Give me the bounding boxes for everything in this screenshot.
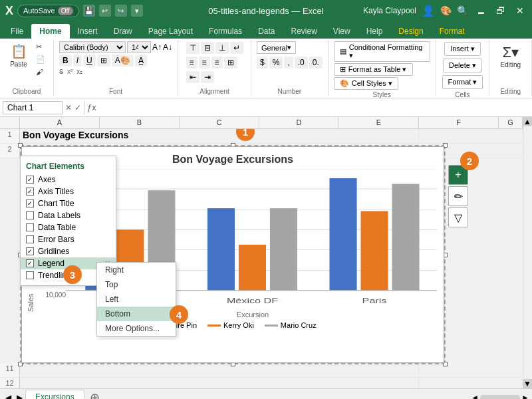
percent-button[interactable]: %: [269, 57, 283, 68]
col-header-e[interactable]: E: [339, 117, 419, 128]
formula-check-icon[interactable]: ✓: [74, 103, 81, 112]
checkbox-data-labels[interactable]: [26, 211, 34, 219]
horizontal-scrollbar[interactable]: ◄ ►: [471, 393, 529, 400]
redo-icon[interactable]: ↪: [115, 5, 127, 17]
superscript-label[interactable]: x²: [67, 68, 72, 75]
tab-draw[interactable]: Draw: [106, 24, 140, 39]
chart-styles-button[interactable]: ✏: [448, 186, 468, 206]
menu-item-right[interactable]: Right: [97, 263, 176, 277]
restore-button[interactable]: 🗗: [493, 5, 508, 16]
increase-font-icon[interactable]: A↑: [152, 43, 162, 52]
formula-dialog-icon[interactable]: ✕: [65, 103, 72, 112]
col-header-b[interactable]: B: [100, 117, 180, 128]
checkbox-chart-title[interactable]: [26, 200, 34, 207]
chart-filters-button[interactable]: ▽: [448, 207, 468, 227]
menu-item-left[interactable]: Left: [97, 292, 176, 307]
scroll-sheets-right[interactable]: ▶: [14, 393, 25, 400]
tab-page-layout[interactable]: Page Layout: [140, 24, 201, 39]
tab-insert[interactable]: Insert: [70, 24, 106, 39]
vertical-scrollbar[interactable]: ▲ ▼: [523, 117, 532, 388]
align-center-button[interactable]: ≡: [199, 57, 210, 68]
col-header-c[interactable]: C: [180, 117, 259, 128]
align-top-button[interactable]: ⊤: [186, 42, 200, 54]
panel-item-axes[interactable]: Axes: [21, 174, 116, 186]
conditional-formatting-button[interactable]: ▤ Conditional Formatting ▾: [334, 41, 430, 62]
tab-file[interactable]: File: [3, 24, 31, 39]
scroll-down-button[interactable]: ▼: [523, 379, 532, 388]
font-color-button[interactable]: A̲: [135, 55, 147, 66]
sheet-tab-excursions[interactable]: Excursions: [25, 390, 84, 399]
tab-format[interactable]: Format: [432, 24, 473, 39]
col-header-d[interactable]: D: [259, 117, 339, 128]
tab-formulas[interactable]: Formulas: [201, 24, 250, 39]
cut-button[interactable]: ✂: [33, 41, 48, 53]
account-icon[interactable]: 👤: [422, 5, 435, 17]
tab-design[interactable]: Design: [390, 24, 431, 39]
formula-input[interactable]: [99, 102, 529, 114]
save-icon[interactable]: 💾: [83, 5, 95, 17]
subscript-label[interactable]: x₂: [76, 68, 82, 75]
delete-button[interactable]: Delete ▾: [443, 59, 482, 72]
tab-data[interactable]: Data: [250, 24, 283, 39]
checkbox-trendline[interactable]: [26, 271, 34, 279]
increase-decimal-button[interactable]: .0: [295, 57, 308, 68]
comma-button[interactable]: ,: [284, 57, 293, 68]
scroll-right-button[interactable]: ►: [521, 393, 529, 400]
fill-color-button[interactable]: A🎨: [112, 55, 134, 66]
copy-button[interactable]: 📄: [33, 54, 48, 65]
tab-review[interactable]: Review: [283, 24, 325, 39]
minimize-button[interactable]: 🗕: [473, 5, 488, 16]
align-bottom-button[interactable]: ⊥: [215, 42, 229, 54]
currency-button[interactable]: $: [257, 57, 268, 68]
cell-a11[interactable]: [20, 363, 419, 377]
customize-icon[interactable]: ▾: [131, 5, 143, 17]
decrease-decimal-button[interactable]: 0.: [309, 57, 323, 68]
col-header-a[interactable]: A: [20, 117, 100, 128]
panel-item-error-bars[interactable]: Error Bars: [21, 233, 116, 245]
cell-styles-button[interactable]: 🎨 Cell Styles ▾: [334, 77, 398, 90]
tab-help[interactable]: Help: [358, 24, 391, 39]
underline-button[interactable]: U: [83, 55, 96, 66]
panel-item-data-table[interactable]: Data Table: [21, 221, 116, 233]
paste-button[interactable]: 📋 Paste: [5, 41, 32, 70]
checkbox-gridlines[interactable]: [26, 247, 34, 255]
col-header-g[interactable]: G: [499, 117, 523, 128]
font-size-select[interactable]: 14: [127, 41, 151, 53]
italic-button[interactable]: I: [73, 55, 82, 66]
strikethrough-label[interactable]: S̶: [59, 68, 63, 75]
number-format-select[interactable]: General ▾: [257, 41, 296, 54]
checkbox-axes[interactable]: [26, 176, 34, 184]
indent-decrease-button[interactable]: ⇤: [186, 71, 200, 83]
checkbox-legend[interactable]: [26, 259, 34, 267]
editing-button[interactable]: Σ▾ Editing: [495, 41, 526, 71]
scroll-up-button[interactable]: ▲: [523, 117, 532, 126]
tab-home[interactable]: Home: [31, 24, 69, 39]
panel-item-axis-titles[interactable]: Axis Titles: [21, 186, 116, 198]
menu-item-top[interactable]: Top: [97, 277, 176, 292]
panel-item-gridlines[interactable]: Gridlines: [21, 245, 116, 257]
borders-button[interactable]: ⊞: [97, 55, 110, 66]
align-middle-button[interactable]: ⊟: [201, 42, 214, 54]
tab-view[interactable]: View: [325, 24, 358, 39]
format-button[interactable]: Format ▾: [442, 75, 483, 89]
menu-item-more-options[interactable]: More Options...: [97, 321, 176, 336]
bold-button[interactable]: B: [59, 55, 72, 66]
format-painter-button[interactable]: 🖌: [33, 66, 48, 77]
font-name-select[interactable]: Calibri (Body): [59, 41, 126, 53]
search-icon[interactable]: 🔍: [457, 5, 468, 16]
checkbox-data-table[interactable]: [26, 223, 34, 231]
decrease-font-icon[interactable]: A↓: [163, 43, 172, 52]
col-header-f[interactable]: F: [419, 117, 499, 128]
checkbox-error-bars[interactable]: [26, 235, 34, 243]
autosave-badge[interactable]: AutoSave Off: [17, 5, 79, 17]
scroll-left-button[interactable]: ◄: [471, 393, 479, 400]
align-right-button[interactable]: ≡: [211, 57, 223, 68]
ribbon-toggle-icon[interactable]: 🎨: [440, 5, 452, 16]
autosave-state[interactable]: Off: [58, 7, 73, 15]
checkbox-axis-titles[interactable]: [26, 188, 34, 196]
indent-increase-button[interactable]: ⇥: [201, 71, 214, 83]
merge-center-button[interactable]: ⊞: [224, 57, 237, 68]
format-as-table-button[interactable]: ⊞ Format as Table ▾: [334, 63, 413, 76]
close-button[interactable]: ✕: [513, 5, 527, 16]
insert-function-icon[interactable]: ƒx: [87, 102, 96, 112]
